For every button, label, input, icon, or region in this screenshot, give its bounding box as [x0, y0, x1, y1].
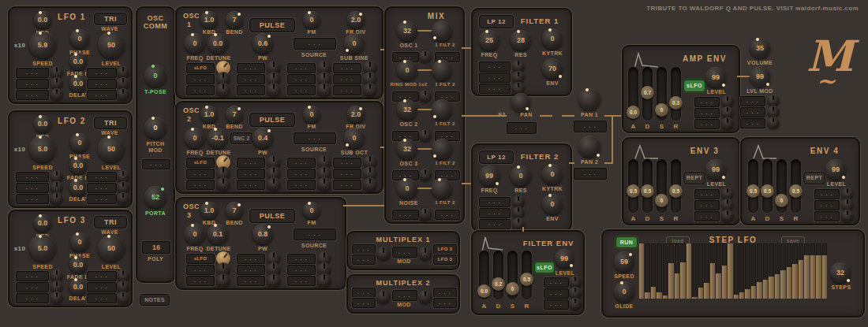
amp-env-mod-slot[interactable]: . . . [694, 108, 720, 118]
osc2-mod-slot[interactable]: . . . [186, 180, 215, 190]
step-bar[interactable] [668, 243, 673, 299]
lfo1-fadein-knob[interactable]: 0.0 [69, 53, 87, 70]
amp-env-attack-slider[interactable]: 0.0 [628, 67, 638, 121]
multiplex1-mod-slot[interactable]: . . . [392, 247, 417, 258]
notes-button[interactable]: NOTES [140, 294, 170, 306]
lfo1-mod-slot[interactable]: . . . [87, 68, 117, 78]
step-bar[interactable] [792, 243, 797, 299]
mix-osc1-level-knob[interactable]: 32 [397, 20, 417, 41]
osc3-mod-knob[interactable] [216, 273, 230, 288]
filter2-mod-slot[interactable]: . . . [479, 219, 511, 229]
osc3-source-slot[interactable]: . . . [294, 229, 336, 240]
env4-attack-slider[interactable]: 0.5 [748, 159, 758, 213]
step-bar[interactable] [769, 243, 773, 299]
filter-env-decay-slider[interactable]: 0.2 [493, 251, 503, 299]
amp-env-mod-slot[interactable]: . . . [694, 97, 720, 107]
env4-mod-knob[interactable] [841, 210, 854, 222]
filter-env-mod-slot[interactable]: . . . [544, 288, 569, 299]
lfo1-speed-knob[interactable]: 5.9 [29, 32, 56, 58]
osc2-kbd-knob[interactable]: 1.0 [200, 106, 218, 123]
lfo2-fadein-knob[interactable]: 0.0 [69, 157, 87, 174]
multiplex1-output-slot[interactable]: LFO 3 [433, 255, 457, 265]
step-bar[interactable] [763, 243, 768, 299]
multiplex1-output-slot[interactable]: LFO 3 [433, 244, 457, 255]
step-bar[interactable] [734, 243, 739, 299]
multiplex1-input-slot[interactable]: . . . [352, 255, 376, 265]
osc2-freq-knob[interactable]: 0 [185, 128, 205, 148]
osc3-mod-slot[interactable]: . . . [287, 254, 316, 264]
step-bar[interactable] [757, 243, 761, 299]
step-bar[interactable] [698, 243, 703, 299]
output-mod-slot[interactable]: . . . [740, 118, 765, 128]
mix-osc2-filter-balance-knob[interactable] [432, 99, 452, 120]
osc2-suboct-knob[interactable]: 0 [344, 128, 365, 148]
env3-mod-knob[interactable] [721, 210, 734, 222]
lfo2-mod-knob[interactable] [51, 192, 63, 205]
osc3-bend-knob[interactable]: 7 [226, 202, 243, 219]
osc3-kbd-knob[interactable]: 1.0 [200, 202, 218, 219]
osc3-pw-knob[interactable]: 0.8 [253, 224, 273, 244]
osc2-source-slot[interactable]: . . . [294, 132, 336, 144]
pan1-knob[interactable] [578, 88, 600, 110]
step-bar[interactable] [780, 243, 785, 299]
lfo3-wave-select[interactable]: TRI [94, 216, 127, 229]
step-bar[interactable] [680, 243, 685, 299]
lfo3-mod-knob[interactable] [117, 292, 129, 304]
env4-sustain-slider[interactable]: 0 [776, 159, 787, 213]
osc1-detune-knob[interactable]: 0.0 [208, 33, 228, 54]
lfo1-mod-slot[interactable]: . . . [87, 90, 117, 100]
filter1-kytrk-knob[interactable]: 0 [542, 28, 563, 49]
step-bar[interactable] [704, 243, 709, 299]
env4-mod-slot[interactable]: . . . [814, 189, 840, 199]
mix-ringmod-filter-balance-knob[interactable] [432, 60, 452, 80]
multiplex2-output-slot[interactable]: . . . [433, 288, 457, 298]
env4-decay-slider[interactable]: 0.5 [762, 159, 773, 213]
lfo3-fadein-knob[interactable]: 0.0 [69, 256, 87, 273]
multiplex2-input-slot[interactable]: . . . [352, 298, 376, 308]
osc1-mod-knob[interactable] [363, 83, 377, 97]
mix-osc2-level-knob[interactable]: 32 [397, 99, 417, 120]
env3-mod-slot[interactable]: . . . [694, 200, 720, 210]
step-lfo-run-button[interactable]: RUN [615, 236, 638, 248]
multiplex2-input-slot[interactable]: . . . [352, 288, 376, 298]
env4-level-knob[interactable]: 99 [825, 159, 846, 180]
osc2-detune-knob[interactable]: -0.1 [208, 128, 228, 148]
env3-mod-slot[interactable]: . . . [694, 211, 720, 221]
amp-env-sustain-slider[interactable]: 0 [657, 67, 667, 121]
f2-pan-knob[interactable] [511, 93, 530, 112]
step-bar[interactable] [787, 243, 791, 299]
filter-env-release-slider[interactable]: 0.5 [522, 251, 532, 299]
osc1-mod-slot[interactable]: . . . [287, 74, 316, 84]
step-bar[interactable] [675, 243, 679, 299]
osc1-mod-slot[interactable]: sLFO [186, 63, 215, 73]
lfo2-mod-slot[interactable]: . . . [16, 183, 49, 193]
lfo1-mod-slot[interactable]: . . . [16, 90, 49, 100]
step-bar[interactable] [751, 243, 756, 299]
output-mod-slot[interactable]: . . . [740, 96, 765, 106]
osc1-mod-slot[interactable]: . . . [186, 85, 215, 95]
lfo3-delay-knob[interactable]: 0.0 [69, 278, 87, 295]
osc1-bend-knob[interactable]: 7 [226, 11, 243, 28]
pan2-mod-slot[interactable]: . . . [574, 168, 607, 180]
osc1-mod-slot[interactable]: . . . [287, 63, 316, 73]
lfo2-wave-select[interactable]: TRI [94, 117, 127, 129]
osc3-mod-slot[interactable]: . . . [237, 276, 265, 286]
pan2-knob[interactable] [578, 136, 600, 158]
osc3-mod-slot[interactable]: . . . [186, 276, 215, 286]
osc2-mod-knob[interactable] [216, 177, 230, 191]
lfo1-mod-knob[interactable] [51, 88, 63, 101]
mix-mod-knob[interactable] [419, 129, 432, 142]
step-bar[interactable] [687, 243, 691, 299]
osc3-mod-slot[interactable]: sLFO [186, 254, 215, 264]
osc2-mod-slot[interactable]: . . . [287, 180, 316, 190]
osc3-mod-slot[interactable]: . . . [237, 265, 265, 275]
osc1-wave-select[interactable]: PULSE [249, 18, 295, 32]
osc2-pw-knob[interactable]: 0.4 [253, 128, 273, 148]
osc2-mod-slot[interactable]: . . . [237, 158, 265, 168]
filter1-res-knob[interactable]: 28 [511, 30, 531, 50]
osc1-mod-slot[interactable]: . . . [333, 85, 361, 95]
mix-mod-knob[interactable] [419, 208, 432, 221]
step-lfo-steps-knob[interactable]: 32 [830, 262, 851, 283]
f2-pan-mod-slot[interactable]: . . . [507, 122, 537, 134]
filter1-freq-knob[interactable]: 25 [479, 30, 499, 50]
